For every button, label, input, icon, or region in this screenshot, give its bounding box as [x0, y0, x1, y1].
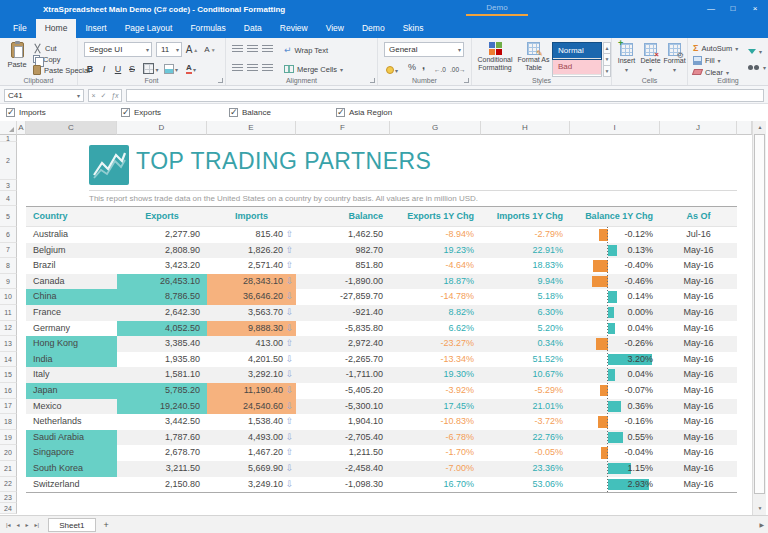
row-header-17[interactable]: 17: [0, 399, 17, 415]
cell-balance[interactable]: 1,211.50: [296, 445, 390, 461]
next-sheet-icon[interactable]: ▸: [23, 521, 32, 528]
clear-button[interactable]: Clear: [693, 67, 729, 77]
prev-sheet-icon[interactable]: ◂: [14, 521, 23, 528]
cell-imports-1y-chg[interactable]: 23.36%: [481, 461, 570, 477]
insert-cells-button[interactable]: + Insert: [616, 43, 637, 74]
column-header-h[interactable]: H: [481, 121, 570, 135]
align-left-icon[interactable]: [232, 64, 243, 73]
table-row-singapore[interactable]: Singapore2,678.701,467.20⇧1,211.50-1.70%…: [26, 445, 737, 461]
table-header-imports[interactable]: Imports: [207, 207, 296, 226]
grow-font-button[interactable]: A▲: [184, 42, 200, 57]
cell-as-of[interactable]: May-16: [660, 445, 737, 461]
style-bad[interactable]: Bad: [553, 59, 601, 75]
bold-button[interactable]: B: [84, 61, 96, 76]
find-button[interactable]: [748, 62, 766, 72]
cell-balance[interactable]: -27,859.70: [296, 289, 390, 305]
row-header-7[interactable]: 7: [0, 243, 17, 259]
fill-button[interactable]: Fill: [693, 55, 721, 65]
scroll-down-icon[interactable]: ▼: [753, 502, 767, 515]
cell-exports-1y-chg[interactable]: -7.00%: [390, 461, 481, 477]
cell-exports[interactable]: 3,423.20: [117, 258, 207, 274]
row-header-23[interactable]: 23: [0, 492, 17, 503]
add-sheet-button[interactable]: +: [96, 520, 117, 530]
cell-balance[interactable]: -2,265.70: [296, 352, 390, 368]
cell-as-of[interactable]: May-16: [660, 289, 737, 305]
autosum-button[interactable]: AutoSum: [693, 43, 738, 53]
cell-country[interactable]: China: [26, 289, 117, 305]
row-header-4[interactable]: 4: [0, 191, 17, 206]
column-header-filler[interactable]: [737, 121, 752, 135]
cell-exports-1y-chg[interactable]: -14.78%: [390, 289, 481, 305]
cell-exports[interactable]: 1,787.60: [117, 430, 207, 446]
cell-imports-1y-chg[interactable]: 5.20%: [481, 321, 570, 337]
cell-country[interactable]: Netherlands: [26, 414, 117, 430]
borders-button[interactable]: [142, 61, 160, 76]
column-header-d[interactable]: D: [117, 121, 207, 135]
cell-balance[interactable]: 1,462.50: [296, 227, 390, 243]
column-header-i[interactable]: I: [570, 121, 660, 135]
cell-exports[interactable]: 5,785.20: [117, 383, 207, 399]
checkbox-asia-region[interactable]: [336, 108, 345, 117]
wrap-text-button[interactable]: Wrap Text: [284, 45, 328, 55]
filter-exports[interactable]: Exports: [121, 107, 161, 118]
cell-exports-1y-chg[interactable]: 19.23%: [390, 243, 481, 259]
column-header-a[interactable]: A: [17, 121, 26, 135]
cell-imports[interactable]: 11,190.40⇩: [207, 383, 296, 399]
scroll-right-icon[interactable]: ▶: [759, 521, 764, 528]
cell-imports[interactable]: 815.40⇧: [207, 227, 296, 243]
gallery-down-icon[interactable]: ▼: [603, 54, 611, 65]
row-header-1[interactable]: 1: [0, 135, 17, 142]
cell-country[interactable]: Italy: [26, 367, 117, 383]
cell-exports-1y-chg[interactable]: 6.62%: [390, 321, 481, 337]
minimize-button[interactable]: —: [700, 0, 722, 19]
cancel-icon[interactable]: ×: [91, 92, 95, 99]
merge-cells-button[interactable]: Merge Cells: [284, 64, 343, 74]
table-row-mexico[interactable]: Mexico19,240.5024,540.60⇩-5,300.1017.45%…: [26, 399, 737, 415]
cell-balance-1y-chg[interactable]: 0.55%: [570, 430, 660, 446]
cell-balance-1y-chg[interactable]: -0.40%: [570, 258, 660, 274]
cell-balance-1y-chg[interactable]: -0.07%: [570, 383, 660, 399]
cell-balance-1y-chg[interactable]: 0.04%: [570, 367, 660, 383]
cell-country[interactable]: Australia: [26, 227, 117, 243]
table-row-netherlands[interactable]: Netherlands3,442.501,538.40⇧1,904.10-10.…: [26, 414, 737, 430]
cell-as-of[interactable]: May-16: [660, 336, 737, 352]
row-header-6[interactable]: 6: [0, 227, 17, 243]
cell-balance[interactable]: 982.70: [296, 243, 390, 259]
column-header-c[interactable]: C: [26, 121, 117, 135]
cell-exports[interactable]: 2,808.90: [117, 243, 207, 259]
cell-imports[interactable]: 4,201.50⇩: [207, 352, 296, 368]
table-row-france[interactable]: France2,642.303,563.70⇩-921.408.82%6.30%…: [26, 305, 737, 321]
cell-exports[interactable]: 1,935.80: [117, 352, 207, 368]
cell-balance-1y-chg[interactable]: 3.20%: [570, 352, 660, 368]
row-header-14[interactable]: 14: [0, 352, 17, 368]
strikethrough-button[interactable]: S: [126, 61, 138, 76]
cell-exports-1y-chg[interactable]: -6.78%: [390, 430, 481, 446]
column-header-f[interactable]: F: [296, 121, 390, 135]
row-header-15[interactable]: 15: [0, 367, 17, 383]
cell-balance-1y-chg[interactable]: 0.04%: [570, 321, 660, 337]
percent-style-button[interactable]: [408, 62, 416, 72]
cell-imports[interactable]: 3,249.10⇩: [207, 477, 296, 493]
cell-exports-1y-chg[interactable]: -23.27%: [390, 336, 481, 352]
column-header-g[interactable]: G: [390, 121, 481, 135]
select-all-corner[interactable]: [0, 121, 17, 135]
cell-balance-1y-chg[interactable]: -0.12%: [570, 227, 660, 243]
ribbon-tab-view[interactable]: View: [317, 19, 353, 38]
cell-balance-1y-chg[interactable]: 2.93%: [570, 477, 660, 493]
ribbon-tab-home[interactable]: Home: [36, 19, 77, 38]
sheet-tab-sheet1[interactable]: Sheet1: [48, 518, 95, 532]
cell-balance[interactable]: -5,835.80: [296, 321, 390, 337]
last-sheet-icon[interactable]: ▸|: [32, 521, 43, 528]
cell-imports[interactable]: 36,646.20⇩: [207, 289, 296, 305]
cell-exports[interactable]: 19,240.50: [117, 399, 207, 415]
cell-imports[interactable]: 1,538.40⇧: [207, 414, 296, 430]
cell-as-of[interactable]: May-16: [660, 243, 737, 259]
cell-imports-1y-chg[interactable]: 22.91%: [481, 243, 570, 259]
cell-as-of[interactable]: May-16: [660, 352, 737, 368]
cell-exports[interactable]: 3,385.40: [117, 336, 207, 352]
cell-balance-1y-chg[interactable]: -0.46%: [570, 274, 660, 290]
cell-imports-1y-chg[interactable]: 21.01%: [481, 399, 570, 415]
copy-button[interactable]: Copy: [33, 54, 61, 64]
row-header-12[interactable]: 12: [0, 321, 17, 337]
table-header-imports-1y-chg[interactable]: Imports 1Y Chg: [481, 207, 570, 226]
